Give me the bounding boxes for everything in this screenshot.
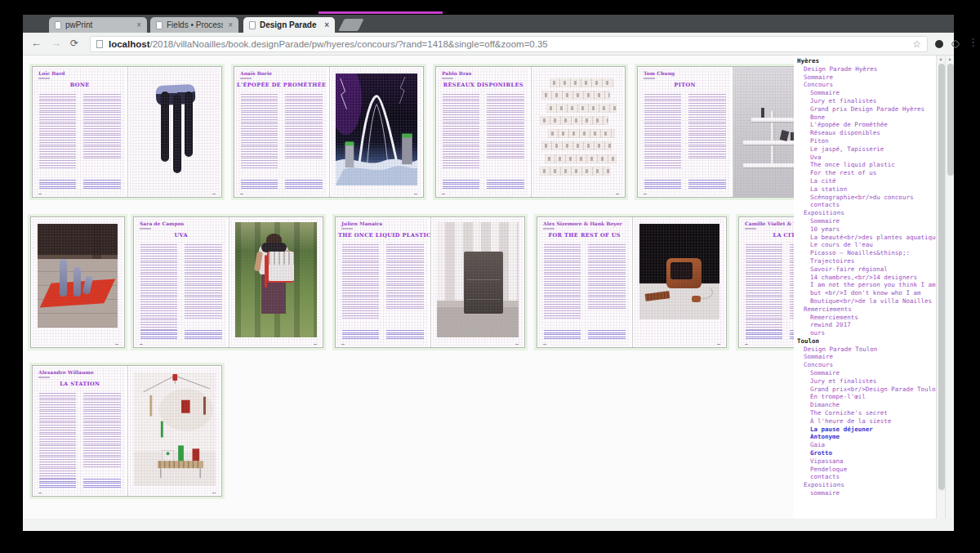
card-row bbox=[548, 129, 616, 138]
toc-link[interactable]: contacts bbox=[794, 473, 936, 481]
tab-strip: pwPrint × Fields • ProcessWire × Design … bbox=[23, 15, 954, 33]
toc-link[interactable]: Antonyme bbox=[794, 433, 936, 441]
spread-station[interactable]: Alexandre Willaume LA STATION bbox=[29, 363, 225, 499]
tab-design-parade[interactable]: Design Parade × bbox=[243, 17, 335, 33]
toc-link[interactable]: Sommaire bbox=[794, 369, 936, 377]
close-icon[interactable]: × bbox=[136, 21, 141, 29]
scroll-up-icon[interactable]: ▲ bbox=[946, 56, 954, 61]
extension-icon[interactable] bbox=[951, 39, 960, 48]
toc-link[interactable]: Réseaux disponibles bbox=[794, 129, 936, 137]
card-row bbox=[541, 141, 612, 150]
toc-link[interactable]: Grand prix Design Parade Hyères bbox=[794, 105, 936, 114]
toc-link[interactable]: Jury et finalistes bbox=[794, 377, 936, 386]
toc-link[interactable]: Design Parade Toulon bbox=[794, 346, 936, 354]
window-scrollbar[interactable]: ▲ ▼ bbox=[945, 56, 954, 519]
toc-link[interactable]: ours bbox=[794, 329, 936, 337]
toc-link[interactable]: 14 chambres,<br/>14 designers bbox=[794, 274, 936, 282]
toc-link[interactable]: contacts bbox=[794, 201, 936, 209]
toc-link[interactable]: La cité bbox=[794, 177, 936, 185]
close-icon[interactable]: × bbox=[324, 21, 329, 29]
toc-link[interactable]: Pendeloque bbox=[794, 466, 936, 474]
spread-rest[interactable]: Alex Sizemore & Hank Beyer FOR THE REST … bbox=[534, 214, 729, 350]
toc-link[interactable]: Grotto bbox=[794, 449, 936, 457]
toc-link[interactable]: La beauté<br/>des plantes aquatiques bbox=[794, 234, 936, 242]
toc-link[interactable]: Dimanche bbox=[794, 401, 936, 409]
shelf-object bbox=[779, 130, 789, 141]
toc-link[interactable]: The Corniche's secret bbox=[794, 409, 936, 417]
toc-link[interactable]: but <br/>I don't know who I am bbox=[794, 289, 936, 297]
spread-liquid[interactable]: Julien Manaira THE ONCE LIQUID PLASTIC bbox=[332, 214, 528, 350]
toc-link[interactable]: Expositions bbox=[794, 209, 936, 217]
toc-link[interactable]: Sommaire bbox=[794, 89, 936, 97]
toc-link[interactable]: Sommaire bbox=[794, 74, 936, 82]
toc-link[interactable]: Picasso — Noailles&thinsp;: bbox=[794, 249, 936, 257]
toc-link[interactable]: Remerciements bbox=[794, 314, 936, 322]
toc-link[interactable]: L'épopée de Prométhée bbox=[794, 121, 936, 129]
author-name: Sara de Campos bbox=[140, 221, 184, 226]
toc-link[interactable]: The once liquid plastic bbox=[794, 161, 936, 169]
toc-link[interactable]: For the rest of us bbox=[794, 169, 936, 177]
spread-uva[interactable]: Sara de Campos UVA bbox=[131, 214, 326, 350]
toc-link[interactable]: Bone bbox=[794, 114, 936, 122]
toc-link[interactable]: I am not the person you think I am, bbox=[794, 281, 936, 289]
scrollbar-thumb[interactable] bbox=[947, 64, 954, 176]
scroll-up-icon[interactable]: ▲ bbox=[937, 56, 945, 61]
toc-link[interactable]: Expositions bbox=[794, 481, 936, 489]
bio-notes bbox=[342, 330, 424, 340]
toc-link[interactable]: Concours bbox=[794, 81, 936, 89]
spread-jaspe-partial[interactable] bbox=[28, 214, 127, 350]
toc-link[interactable]: Remerciements bbox=[794, 305, 936, 314]
refresh-icon[interactable]: ⟳ bbox=[70, 37, 78, 50]
toc-link[interactable]: Trajectoires bbox=[794, 257, 936, 265]
toc-link[interactable]: Boutique<br/>de la villa Noailles bbox=[794, 297, 936, 305]
toc-link[interactable]: Gaia bbox=[794, 441, 936, 449]
toc-link[interactable]: Design Parade Hyères bbox=[794, 65, 936, 74]
body-text-columns bbox=[443, 94, 524, 169]
toc-link[interactable]: La pause déjeuner bbox=[794, 426, 936, 434]
toc-link[interactable]: Vipassana bbox=[794, 457, 936, 466]
scrollbar-thumb[interactable] bbox=[938, 64, 945, 490]
tab-pwprint[interactable]: pwPrint × bbox=[49, 17, 147, 33]
extension-icon[interactable] bbox=[935, 40, 943, 48]
spread-reseaux[interactable]: Pablo Bras RÉSEAUX DISPONIBLES bbox=[433, 64, 628, 200]
bio-placeholder bbox=[185, 330, 221, 340]
toc-link[interactable]: Sommaire bbox=[794, 353, 936, 361]
country-line bbox=[38, 377, 50, 378]
address-bar[interactable]: localhost/2018/villaNoailles/book.design… bbox=[90, 36, 928, 52]
page-number bbox=[543, 344, 546, 345]
toc-link[interactable]: Grand prix<br/>Design Parade Toulon bbox=[794, 386, 936, 394]
toc-link[interactable]: À l'heure de la sieste bbox=[794, 417, 936, 426]
sidebar-scrollbar[interactable]: ▲ bbox=[936, 56, 945, 519]
toc-link[interactable]: La station bbox=[794, 185, 936, 194]
forward-icon[interactable]: → bbox=[51, 37, 61, 50]
toc-link[interactable]: Jury et finalistes bbox=[794, 97, 936, 105]
spread-epopee[interactable]: Anaïs Borie L'ÉPOPÉE DE PROMÉTHÉE bbox=[231, 64, 426, 200]
toc-link[interactable]: Sommaire bbox=[794, 217, 936, 225]
toc-link[interactable]: Uva bbox=[794, 154, 936, 162]
body-text-placeholder bbox=[746, 244, 782, 331]
project-title: THE ONCE LIQUID PLASTIC bbox=[338, 232, 428, 239]
scroll-down-icon[interactable]: ▼ bbox=[946, 518, 954, 519]
bookmark-star-icon[interactable]: ☆ bbox=[912, 38, 921, 50]
toc-link[interactable]: sommaire bbox=[794, 489, 936, 497]
back-icon[interactable]: ← bbox=[31, 37, 42, 50]
computer-photo bbox=[639, 224, 720, 319]
toc-link[interactable]: Piton bbox=[794, 137, 936, 145]
page-number bbox=[442, 194, 445, 194]
toc-link[interactable]: Scénographie<br/>du concours bbox=[794, 194, 936, 202]
toc-link[interactable]: rewind 2017 bbox=[794, 321, 936, 329]
toc-link[interactable]: En trompe-l'œil bbox=[794, 393, 936, 401]
menu-dots-icon[interactable]: ⋮ bbox=[968, 36, 978, 48]
project-title: L'ÉPOPÉE DE PROMÉTHÉE bbox=[237, 82, 327, 88]
author-name: Alexandre Willaume bbox=[38, 369, 94, 375]
toc-link[interactable]: 10 years bbox=[794, 225, 936, 234]
close-icon[interactable]: × bbox=[228, 21, 233, 29]
toc-link[interactable]: Concours bbox=[794, 361, 936, 369]
spread-bone[interactable]: Loïc Bard BONE bbox=[29, 64, 225, 200]
toc-link[interactable]: Le cours de l'eau bbox=[794, 241, 936, 249]
toc-link[interactable]: Savoir-faire régional bbox=[794, 265, 936, 274]
tab-processwire[interactable]: Fields • ProcessWire × bbox=[150, 17, 238, 33]
toc-link[interactable]: Le jaspé, Tapisserie bbox=[794, 145, 936, 154]
new-tab-button[interactable] bbox=[338, 19, 363, 31]
text-page: Anaïs Borie L'ÉPOPÉE DE PROMÉTHÉE bbox=[234, 67, 329, 197]
